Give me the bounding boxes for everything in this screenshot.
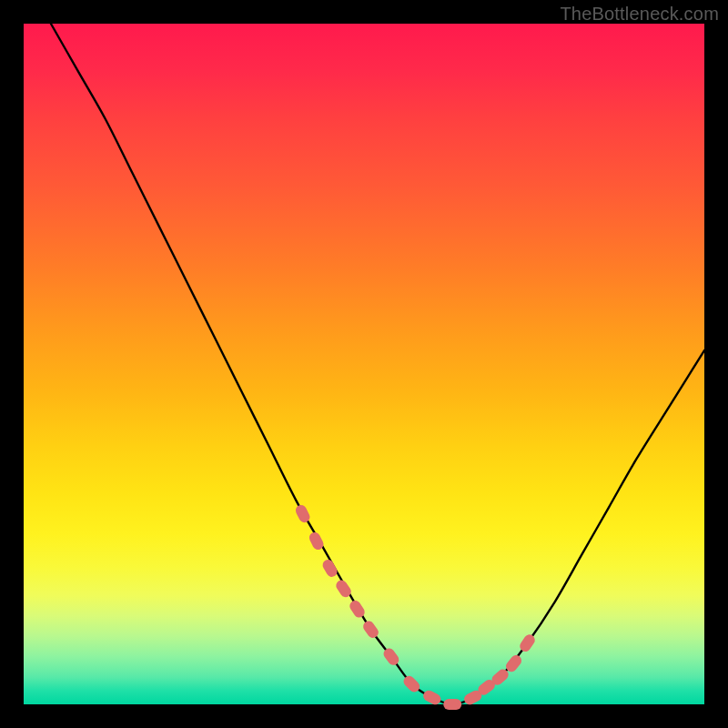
highlight-dots [294,503,537,710]
highlight-dot [361,619,380,640]
chart-frame: TheBottleneck.com [0,0,728,728]
highlight-dot [294,503,312,524]
curve-svg [24,24,704,704]
bottleneck-curve [51,24,704,704]
watermark-text: TheBottleneck.com [560,4,719,25]
highlight-dot [421,689,442,707]
highlight-dot [320,558,339,579]
highlight-dot [443,699,461,710]
plot-area [24,24,704,704]
